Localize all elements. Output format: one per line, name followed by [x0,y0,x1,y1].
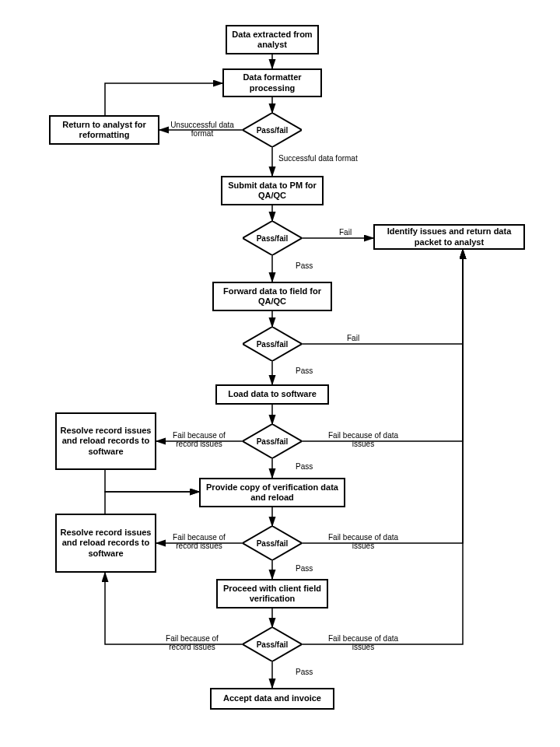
label: Data extracted from analyst [230,30,314,50]
node-resolve-record-b: Resolve record issues and reload records… [55,514,156,573]
node-proceed-client: Proceed with client field verification [216,579,328,608]
node-resolve-record-a: Resolve record issues and reload records… [55,412,156,470]
label: Data formatter processing [227,72,317,93]
edge-d6-pass: Pass [296,668,313,676]
edge-d5-pass: Pass [296,564,313,573]
label: Pass/fail [257,539,289,548]
node-return-analyst: Return to analyst for reformatting [49,115,159,145]
label: Resolve record issues and reload records… [60,528,152,559]
node-accept-invoice: Accept data and invoice [210,688,334,710]
node-forward-field: Forward data to field for QA/QC [212,282,332,311]
node-submit-pm: Submit data to PM for QA/QC [221,176,324,205]
node-data-extracted: Data extracted from analyst [226,25,319,54]
edge-d3-pass: Pass [296,366,313,375]
label: Resolve record issues and reload records… [60,426,152,457]
node-data-formatter: Data formatter processing [222,68,322,97]
edge-unsuccessful-format: Unsuccessful data format [169,121,236,138]
label: Identify issues and return data packet t… [378,226,520,247]
label: Submit data to PM for QA/QC [226,181,319,201]
decision-format: Pass/fail [243,113,302,147]
edge-d6-fail-right: Fail because of data issues [327,634,400,651]
edge-d3-fail: Fail [347,334,359,342]
label: Pass/fail [257,437,289,446]
label: Proceed with client field verification [221,584,324,604]
label: Load data to software [228,389,317,399]
label: Forward data to field for QA/QC [217,286,327,307]
label: Accept data and invoice [223,693,321,703]
node-load-software: Load data to software [215,384,329,405]
edge-d4-fail-right: Fail because of data issues [327,431,400,448]
decision-pm-qa: Pass/fail [243,221,302,255]
decision-load: Pass/fail [243,424,302,458]
edge-d6-fail-left: Fail because of record issues [156,634,229,651]
edge-d4-pass: Pass [296,462,313,471]
label: Pass/fail [257,340,289,349]
decision-client: Pass/fail [243,627,302,661]
decision-verify: Pass/fail [243,526,302,560]
decision-field-qa: Pass/fail [243,327,302,361]
label: Pass/fail [257,640,289,649]
label: Pass/fail [257,234,289,243]
label: Pass/fail [257,126,289,135]
edge-d4-fail-left: Fail because of record issues [163,431,236,448]
edge-d2-pass: Pass [296,261,313,270]
node-provide-copy: Provide copy of verification data and re… [199,478,345,507]
edge-d5-fail-right: Fail because of data issues [327,533,400,550]
label: Return to analyst for reformatting [54,120,155,140]
edge-d2-fail: Fail [339,228,352,237]
label: Provide copy of verification data and re… [204,482,341,503]
edge-d5-fail-left: Fail because of record issues [163,533,236,550]
node-identify-issues: Identify issues and return data packet t… [373,224,525,250]
edge-successful-format: Successful data format [278,154,380,163]
